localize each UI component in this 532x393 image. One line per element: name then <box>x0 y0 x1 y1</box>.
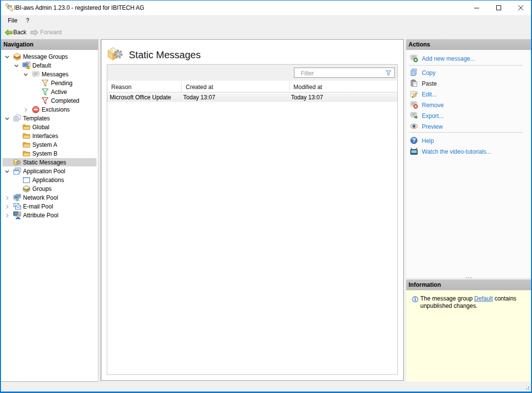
svg-text:?: ? <box>412 138 415 143</box>
